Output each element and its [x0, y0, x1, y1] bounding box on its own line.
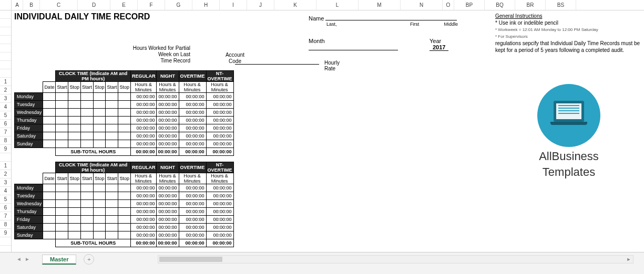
logo-circle [537, 84, 600, 147]
row-number[interactable] [0, 19, 11, 27]
logo-text-1: AllBusiness [508, 150, 629, 163]
week-1-table: CLOCK TIME (Indicate AM and PM hours)REG… [14, 70, 234, 156]
row-number[interactable]: 6 [0, 204, 11, 212]
column-header-G[interactable]: G [165, 0, 192, 10]
row-number[interactable] [0, 237, 11, 246]
column-header-BS[interactable]: BS [546, 0, 576, 10]
week-2-table: CLOCK TIME (Indicate AM and PM hours)REG… [14, 162, 234, 247]
month-label: Month [309, 38, 325, 44]
name-field-area: Name Last, First Middle [309, 14, 458, 27]
year-label: Year [430, 38, 441, 44]
row-number[interactable] [0, 44, 11, 52]
instruction-line-1: * Use ink or indelible pencil [495, 19, 644, 26]
month-underline [309, 44, 398, 50]
column-header-A[interactable]: A [12, 0, 23, 10]
last-label: Last, [326, 22, 385, 27]
allbusiness-logo: AllBusiness Templates [508, 84, 629, 178]
column-header-D[interactable]: D [78, 0, 110, 10]
row-number[interactable] [0, 69, 11, 78]
column-header-E[interactable]: E [110, 0, 138, 10]
name-sublabels: Last, First Middle [326, 22, 458, 27]
name-label: Name [309, 15, 324, 22]
row-number[interactable]: 8 [0, 136, 11, 145]
row-number[interactable]: 4 [0, 187, 11, 195]
column-headers: ABCDEFGHIJKLMNOBPBQBRBS [0, 0, 644, 10]
row-number[interactable]: 8 [0, 220, 11, 229]
column-header-H[interactable]: H [192, 0, 220, 10]
column-header-BQ[interactable]: BQ [485, 0, 515, 10]
instructions-heading: General Instructions [495, 13, 644, 19]
row-number[interactable]: 3 [0, 178, 11, 187]
column-header-BR[interactable]: BR [515, 0, 546, 10]
instructions-panel: General Instructions * Use ink or indeli… [495, 13, 644, 54]
row-numbers: 123456789123456789 [0, 10, 12, 264]
column-header-M[interactable]: M [359, 0, 401, 10]
column-header-L[interactable]: L [316, 0, 359, 10]
row-number[interactable]: 2 [0, 86, 11, 94]
column-header-F[interactable]: F [138, 0, 165, 10]
scroll-right-icon[interactable]: ► [625, 256, 633, 263]
row-number[interactable]: 2 [0, 170, 11, 178]
tab-nav-prev-icon[interactable]: ◄ [15, 255, 23, 264]
year-value: 2017 [430, 44, 448, 51]
name-underline [325, 14, 457, 20]
row-number[interactable]: 4 [0, 103, 11, 111]
row-number[interactable]: 1 [0, 78, 11, 86]
column-header-N[interactable]: N [401, 0, 443, 10]
worksheet[interactable]: INDIVIDUAL DAILY TIME RECORD Name Last, … [12, 10, 642, 264]
account-code-label: Account Code [219, 52, 251, 65]
laptop-icon [550, 101, 587, 127]
instruction-line-3: * For Supervisors [495, 33, 644, 40]
partial-hours-label: Hours Worked for Partial Week on Last Ti… [111, 45, 190, 64]
month-field: Month [309, 38, 398, 51]
sheet-tab-master[interactable]: Master [42, 255, 76, 265]
row-number[interactable] [0, 10, 11, 19]
row-number[interactable]: 9 [0, 145, 11, 153]
column-header-B[interactable]: B [23, 0, 40, 10]
row-number[interactable] [0, 27, 11, 36]
instruction-line-4: regulations sepcify that Individual Dail… [495, 40, 644, 54]
row-number[interactable]: 3 [0, 94, 11, 103]
row-number[interactable] [0, 61, 11, 69]
middle-label: Middle [444, 22, 458, 27]
column-header-C[interactable]: C [40, 0, 78, 10]
sheet-tab-bar: ◄ ► Master + ◄ ► [0, 252, 644, 274]
row-number[interactable] [0, 36, 11, 44]
first-label: First [385, 22, 444, 27]
column-header-K[interactable]: K [274, 0, 316, 10]
row-number[interactable]: 9 [0, 229, 11, 237]
tab-nav-next-icon[interactable]: ► [23, 255, 32, 264]
logo-text-2: Templates [508, 166, 629, 178]
column-header-I[interactable]: I [220, 0, 247, 10]
column-header-BP[interactable]: BP [454, 0, 485, 10]
year-field: Year 2017 [430, 38, 448, 50]
row-number[interactable]: 7 [0, 128, 11, 136]
hourly-rate-label: Hourly Rate [324, 60, 340, 71]
select-all-corner[interactable] [0, 0, 12, 10]
horizontal-scrollbar[interactable]: ◄ ► [158, 255, 633, 264]
row-number[interactable]: 7 [0, 212, 11, 220]
row-number[interactable] [0, 52, 11, 61]
row-number[interactable]: 1 [0, 162, 11, 170]
row-number[interactable]: 5 [0, 111, 11, 120]
row-number[interactable]: 6 [0, 120, 11, 128]
instruction-line-2: * Workweek = 12:01 AM Monday to 12:00 PM… [495, 26, 644, 33]
column-header-O[interactable]: O [443, 0, 454, 10]
account-code-underline [235, 64, 319, 65]
row-number[interactable] [0, 153, 11, 162]
document-title: INDIVIDUAL DAILY TIME RECORD [14, 10, 150, 23]
scroll-thumb[interactable] [159, 257, 222, 262]
add-sheet-button[interactable]: + [84, 254, 94, 265]
column-header-J[interactable]: J [247, 0, 274, 10]
row-number[interactable]: 5 [0, 195, 11, 204]
